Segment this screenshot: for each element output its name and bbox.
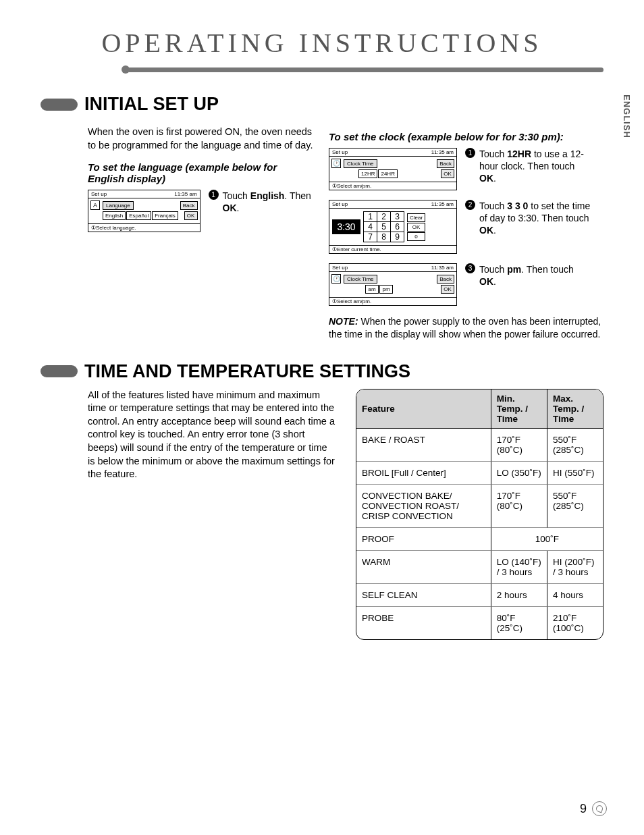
step-text: Touch pm. Then touch OK. bbox=[479, 263, 591, 288]
cell-max: 4 hours bbox=[547, 584, 603, 607]
page-footer: 9 bbox=[580, 801, 607, 816]
subhead-clock: To set the clock (example below for for … bbox=[329, 131, 603, 142]
lang-espanol-button[interactable]: Español bbox=[126, 211, 151, 220]
ok-button[interactable]: OK bbox=[441, 285, 454, 294]
cell-max: HI (550˚F) bbox=[547, 462, 603, 485]
clear-button[interactable]: Clear bbox=[407, 213, 425, 222]
pm-button[interactable]: pm bbox=[379, 285, 393, 294]
note-text: NOTE: When the power supply to the oven … bbox=[329, 315, 603, 341]
language-icon: A bbox=[90, 200, 100, 210]
key-5[interactable]: 5 bbox=[377, 222, 391, 232]
am-button[interactable]: am bbox=[365, 285, 379, 294]
step-number: 1 bbox=[209, 190, 219, 200]
cell-min: LO (140˚F) / 3 hours bbox=[491, 551, 547, 584]
key-4[interactable]: 4 bbox=[364, 222, 377, 232]
screen-ampm: Set up11:35 am 🕐Clock TimeBack ampmOK ①S… bbox=[329, 263, 457, 306]
title-rule bbox=[122, 65, 603, 74]
cell-feature: BROIL [Full / Center] bbox=[356, 462, 491, 485]
th-min: Min. Temp. / Time bbox=[491, 389, 547, 429]
key-3[interactable]: 3 bbox=[391, 212, 404, 222]
key-8[interactable]: 8 bbox=[377, 232, 391, 242]
step-text: Touch 12HR to use a 12-hour clock. Then … bbox=[479, 148, 591, 185]
screen-time: 11:35 am bbox=[174, 191, 196, 197]
step-number: 3 bbox=[465, 263, 475, 273]
page-number: 9 bbox=[580, 802, 587, 816]
key-6[interactable]: 6 bbox=[391, 222, 404, 232]
key-9[interactable]: 9 bbox=[391, 232, 404, 242]
key-2[interactable]: 2 bbox=[377, 212, 391, 222]
screen-label: Language bbox=[103, 201, 134, 210]
table-row: CONVECTION BAKE/ CONVECTION ROAST/ CRISP… bbox=[356, 485, 603, 528]
cell-feature: PROBE bbox=[356, 607, 491, 639]
cell-span: 100˚F bbox=[491, 528, 603, 551]
subhead-language: To set the language (example below for E… bbox=[88, 161, 315, 184]
screen-clock-12hr: Set up11:35 am 🕐Clock TimeBack 12HR24HRO… bbox=[329, 148, 457, 190]
cell-max: HI (200˚F) / 3 hours bbox=[547, 551, 603, 584]
back-button[interactable]: Back bbox=[437, 275, 454, 284]
time-display: 3:30 bbox=[332, 219, 360, 234]
section-head-time-temp: TIME AND TEMPERATURE SETTINGS bbox=[41, 361, 603, 382]
cell-min: 170˚F (80˚C) bbox=[491, 485, 547, 528]
cell-min: 80˚F (25˚C) bbox=[491, 607, 547, 639]
lang-english-button[interactable]: English bbox=[103, 211, 126, 220]
language-tab: ENGLISH bbox=[622, 95, 632, 138]
cell-min: 170˚F (80˚C) bbox=[491, 429, 547, 462]
screen-language: Set up11:35 am ALanguage Back English Es… bbox=[88, 190, 200, 232]
screen-title: Set up bbox=[332, 265, 348, 271]
cell-min: 2 hours bbox=[491, 584, 547, 607]
section-title: INITIAL SET UP bbox=[84, 94, 219, 115]
12hr-button[interactable]: 12HR bbox=[358, 169, 377, 178]
lang-francais-button[interactable]: Français bbox=[152, 211, 178, 220]
th-feature: Feature bbox=[356, 389, 491, 429]
screen-label: Clock Time bbox=[344, 159, 377, 168]
screen-title: Set up bbox=[332, 201, 348, 207]
cell-max: 210˚F (100˚C) bbox=[547, 607, 603, 639]
step-number: 2 bbox=[465, 200, 475, 210]
table-row: BAKE / ROAST170˚F (80˚C)550˚F (285˚C) bbox=[356, 429, 603, 462]
cell-max: 550˚F (285˚C) bbox=[547, 429, 603, 462]
table-row: WARMLO (140˚F) / 3 hoursHI (200˚F) / 3 h… bbox=[356, 551, 603, 584]
step-text: Touch 3 3 0 to set the time of day to 3:… bbox=[479, 200, 591, 237]
section-bullet bbox=[41, 365, 78, 377]
screen-time: 11:35 am bbox=[431, 149, 454, 155]
intro-text: When the oven is first powered ON, the o… bbox=[88, 126, 315, 152]
ok-button[interactable]: OK bbox=[184, 211, 198, 220]
screen-footer: ①Select am/pm. bbox=[332, 183, 371, 189]
th-max: Max. Temp. / Time bbox=[547, 389, 603, 429]
cell-feature: SELF CLEAN bbox=[356, 584, 491, 607]
table-row: BROIL [Full / Center]LO (350˚F)HI (550˚F… bbox=[356, 462, 603, 485]
ok-button[interactable]: OK bbox=[407, 223, 425, 232]
table-row: PROOF100˚F bbox=[356, 528, 603, 551]
section-bullet bbox=[41, 99, 78, 111]
clock-icon: 🕐 bbox=[331, 274, 341, 284]
cell-feature: WARM bbox=[356, 551, 491, 584]
screen-title: Set up bbox=[91, 191, 107, 197]
key-1[interactable]: 1 bbox=[364, 212, 377, 222]
24hr-button[interactable]: 24HR bbox=[378, 169, 397, 178]
cell-min: LO (350˚F) bbox=[491, 462, 547, 485]
screen-label: Clock Time bbox=[344, 275, 377, 284]
section2-body: All of the features listed have minimum … bbox=[41, 389, 336, 640]
back-button[interactable]: Back bbox=[437, 159, 454, 168]
page-title: OPERATING INSTRUCTIONS bbox=[41, 27, 603, 59]
step-text: Touch English. Then OK. bbox=[223, 190, 315, 214]
screen-keypad: Set up11:35 am 3:30 123 456 789 Clear OK… bbox=[329, 200, 457, 254]
key-7[interactable]: 7 bbox=[364, 232, 377, 242]
key-0[interactable]: 0 bbox=[407, 232, 425, 241]
back-button[interactable]: Back bbox=[180, 201, 198, 210]
ok-button[interactable]: OK bbox=[441, 169, 454, 178]
cell-feature: CONVECTION BAKE/ CONVECTION ROAST/ CRISP… bbox=[356, 485, 491, 528]
table-row: PROBE80˚F (25˚C)210˚F (100˚C) bbox=[356, 607, 603, 639]
screen-time: 11:35 am bbox=[431, 201, 454, 207]
screen-footer: ①Select language. bbox=[91, 225, 136, 231]
cell-max: 550˚F (285˚C) bbox=[547, 485, 603, 528]
table-row: SELF CLEAN2 hours4 hours bbox=[356, 584, 603, 607]
section-title: TIME AND TEMPERATURE SETTINGS bbox=[84, 361, 410, 382]
cell-feature: PROOF bbox=[356, 528, 491, 551]
screen-footer: ①Select am/pm. bbox=[332, 298, 371, 304]
keypad[interactable]: 123 456 789 bbox=[363, 211, 404, 242]
step-number: 1 bbox=[465, 148, 475, 158]
cell-feature: BAKE / ROAST bbox=[356, 429, 491, 462]
screen-time: 11:35 am bbox=[431, 265, 454, 271]
screen-title: Set up bbox=[332, 149, 348, 155]
